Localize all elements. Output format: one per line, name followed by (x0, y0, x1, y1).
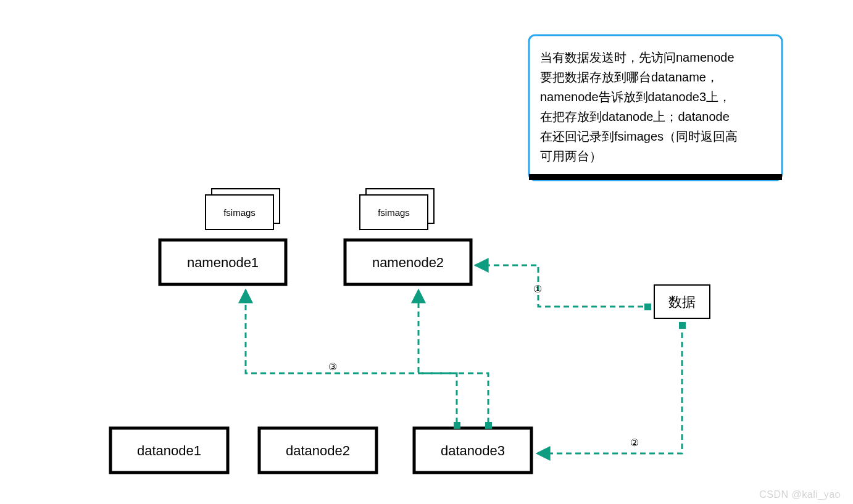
fsimags-stack-2: fsimags (360, 189, 434, 229)
namenode2-label: namenode2 (372, 255, 444, 270)
svg-rect-13 (454, 422, 460, 429)
datanode1-box: datanode1 (110, 428, 228, 473)
fsimags-stack-1: fsimags (206, 189, 280, 229)
arrow-step-3: ③ (246, 290, 492, 429)
desc-line5: 在还回记录到fsimages（同时返回高 (540, 130, 738, 143)
desc-line6: 可用两台） (540, 149, 602, 163)
desc-line4: 在把存放到datanode上；datanode (540, 110, 730, 123)
datanode2-label: datanode2 (286, 443, 350, 458)
step1-label: ① (533, 284, 542, 294)
datanode3-label: datanode3 (441, 443, 505, 458)
desc-line3: namenode告诉放到datanode3上， (540, 90, 731, 104)
datanode2-box: datanode2 (259, 428, 377, 473)
arrow-step-1: ① (475, 265, 651, 310)
datanode3-box: datanode3 (414, 428, 531, 473)
svg-rect-15 (529, 174, 782, 180)
fsimags-label-2: fsimags (378, 207, 410, 218)
step2-label: ② (630, 437, 639, 448)
data-label: 数据 (668, 294, 696, 310)
svg-rect-10 (644, 304, 651, 310)
svg-rect-12 (485, 422, 492, 429)
datanode1-label: datanode1 (137, 443, 201, 458)
watermark: CSDN @kali_yao (759, 489, 841, 500)
namenode2-box: namenode2 (345, 240, 471, 284)
desc-line1: 当有数据发送时，先访问namenode (540, 51, 734, 64)
arrow-step-2: ② (537, 322, 686, 453)
fsimags-label-1: fsimags (223, 207, 256, 218)
namenode1-box: namenode1 (160, 240, 286, 284)
description-box: 当有数据发送时，先访问namenode 要把数据存放到哪台dataname， n… (529, 35, 782, 180)
step3-label: ③ (328, 361, 337, 372)
svg-rect-11 (679, 322, 686, 329)
data-box: 数据 (654, 285, 710, 318)
desc-line2: 要把数据存放到哪台dataname， (540, 70, 718, 84)
namenode1-label: namenode1 (187, 255, 259, 270)
